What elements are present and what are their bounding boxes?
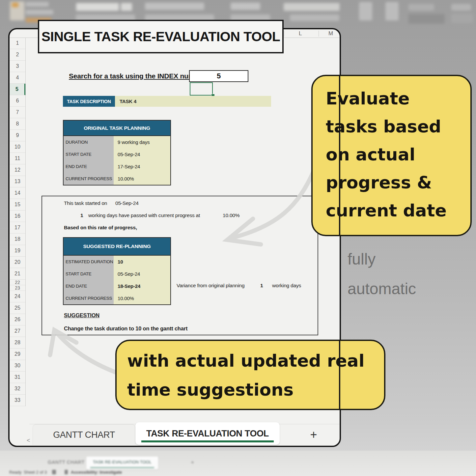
table-row: DURATION 9 working days — [64, 136, 170, 148]
row-header-12[interactable]: 12 — [10, 164, 25, 176]
column-header-l[interactable]: L — [299, 30, 302, 37]
days-passed-label: working days have passed with current pr… — [88, 212, 200, 218]
sheet-scroll-left-icon[interactable]: < — [27, 437, 30, 444]
variance-unit: working days — [272, 283, 301, 289]
table-row: ESTIMATED DURATION 10 — [64, 256, 170, 268]
font-size-box — [121, 3, 132, 11]
row-header-3[interactable]: 3 — [10, 61, 25, 72]
row-header-9[interactable]: 9 — [10, 130, 25, 141]
sheet-tab-gantt-chart[interactable]: GANTT CHART — [33, 424, 135, 445]
task-description-header-cell: TASK DESCRIPTION — [63, 96, 115, 107]
blurred-statusbar-background: GANTT CHART TASK RE-EVALUATION TOOL + Re… — [0, 451, 476, 476]
row-value: 9 working days — [114, 136, 170, 148]
row-label: END DATE — [64, 280, 114, 292]
row-value: 05-Sep-24 — [114, 148, 170, 160]
row-header-10[interactable]: 10 — [10, 141, 25, 153]
background-tab-underline — [90, 467, 154, 468]
row-header-14[interactable]: 14 — [10, 187, 25, 199]
suggested-replanning-header: SUGGESTED RE-PLANNING — [64, 238, 170, 256]
row-header-20[interactable]: 20 — [10, 257, 25, 268]
format-table-button — [385, 2, 399, 20]
row-header-31[interactable]: 31 — [10, 372, 25, 383]
status-sheet-count: Sheet 2 of 3 — [24, 470, 47, 475]
row-label: CURRENT PROGRESS — [64, 173, 114, 185]
column-divider — [284, 31, 284, 37]
row-header-18[interactable]: 18 — [10, 234, 25, 245]
row-header-29[interactable]: 29 — [10, 349, 25, 360]
row-header-22[interactable]: 22 — [10, 280, 25, 285]
font-name-box — [76, 3, 119, 11]
index-number-input[interactable]: 5 — [189, 70, 248, 82]
row-label: END DATE — [64, 160, 114, 173]
row-value: 10.00% — [114, 292, 170, 304]
row-header-6[interactable]: 6 — [10, 95, 25, 107]
background-tab-gantt: GANTT CHART — [48, 459, 85, 465]
cut-item — [26, 2, 49, 7]
row-header-21[interactable]: 21 — [10, 268, 25, 280]
original-planning-header: ORIGINAL TASK PLANNING — [64, 121, 170, 136]
number-buttons — [290, 14, 339, 21]
clipboard-icon — [12, 3, 18, 7]
row-label: START DATE — [64, 148, 114, 160]
selected-cell-outline[interactable] — [190, 82, 213, 96]
passed-progress-value: 10.00% — [223, 212, 239, 218]
row-value: 18-Sep-24 — [114, 280, 170, 292]
row-header-7[interactable]: 7 — [10, 107, 25, 118]
row-header-28[interactable]: 28 — [10, 337, 25, 349]
suggested-replanning-table: SUGGESTED RE-PLANNING ESTIMATED DURATION… — [63, 237, 171, 305]
evaluation-box: This task started on 05-Sep-24 1 working… — [42, 196, 318, 335]
row-header-column: 1234567891011121314151617181920212223242… — [10, 38, 26, 406]
row-header-23[interactable]: 23 — [10, 285, 25, 291]
insert-button — [408, 14, 445, 24]
row-header-11[interactable]: 11 — [10, 153, 25, 164]
days-passed-value: 1 — [80, 212, 83, 218]
table-row: CURRENT PROGRESS 10.00% — [64, 292, 170, 304]
table-row: START DATE 05-Sep-24 — [64, 148, 170, 160]
macro-icon — [52, 470, 56, 474]
row-value: 05-Sep-24 — [114, 268, 170, 280]
search-task-label: Search for a task using the INDEX number — [69, 72, 205, 80]
row-label: ESTIMATED DURATION — [64, 256, 114, 268]
variance-value: 1 — [260, 283, 263, 289]
add-sheet-button[interactable]: + — [305, 427, 322, 443]
screenshot-root: { "window": { "columns": ["A", "L", "M"]… — [0, 0, 476, 476]
row-header-27[interactable]: 27 — [10, 325, 25, 337]
row-header-1[interactable]: 1 — [10, 38, 25, 49]
row-header-13[interactable]: 13 — [10, 176, 25, 187]
table-row: CURRENT PROGRESS 10.00% — [64, 173, 170, 185]
row-header-16[interactable]: 16 — [10, 210, 25, 222]
alignment-buttons — [145, 3, 204, 10]
wrap-text-button — [231, 3, 260, 10]
sort-button — [451, 14, 473, 23]
task-description-value-cell: TASK 4 — [115, 96, 271, 107]
accessibility-icon — [65, 470, 68, 474]
row-label: DURATION — [64, 136, 114, 148]
table-row: END DATE 17-Sep-24 — [64, 160, 170, 173]
status-accessibility: Accessibility: Investigate — [71, 470, 122, 475]
callout-evaluate-tasks: Evaluate tasks based on actual progress … — [311, 75, 472, 236]
row-header-30[interactable]: 30 — [10, 360, 25, 372]
conditional-formatting-button — [359, 2, 372, 20]
suggestion-text: Change the task duration to 10 on the ga… — [64, 325, 187, 332]
row-header-4[interactable]: 4 — [10, 72, 25, 84]
row-header-15[interactable]: 15 — [10, 199, 25, 210]
row-header-26[interactable]: 26 — [10, 314, 25, 325]
note-fully-automatic: fully automatic — [348, 244, 466, 304]
original-planning-table: ORIGINAL TASK PLANNING DURATION 9 workin… — [63, 120, 171, 185]
row-header-2[interactable]: 2 — [10, 49, 25, 61]
row-header-8[interactable]: 8 — [10, 118, 25, 130]
panel-border-overlay — [339, 341, 340, 409]
started-label: This task started on — [64, 200, 107, 206]
row-header-17[interactable]: 17 — [10, 222, 25, 234]
row-header-5[interactable]: 5 — [10, 84, 25, 95]
panel-border-overlay — [339, 76, 340, 235]
row-header-25[interactable]: 25 — [10, 302, 25, 314]
row-value: 10.00% — [114, 173, 170, 185]
row-header-24[interactable]: 24 — [10, 291, 25, 302]
row-header-19[interactable]: 19 — [10, 245, 25, 257]
row-header-32[interactable]: 32 — [10, 383, 25, 395]
cell-styles-button — [408, 4, 434, 11]
row-header-33[interactable]: 33 — [10, 395, 25, 406]
column-header-m[interactable]: M — [328, 30, 333, 37]
callout-real-time-suggestions: with actual updated real time suggestion… — [115, 340, 385, 410]
